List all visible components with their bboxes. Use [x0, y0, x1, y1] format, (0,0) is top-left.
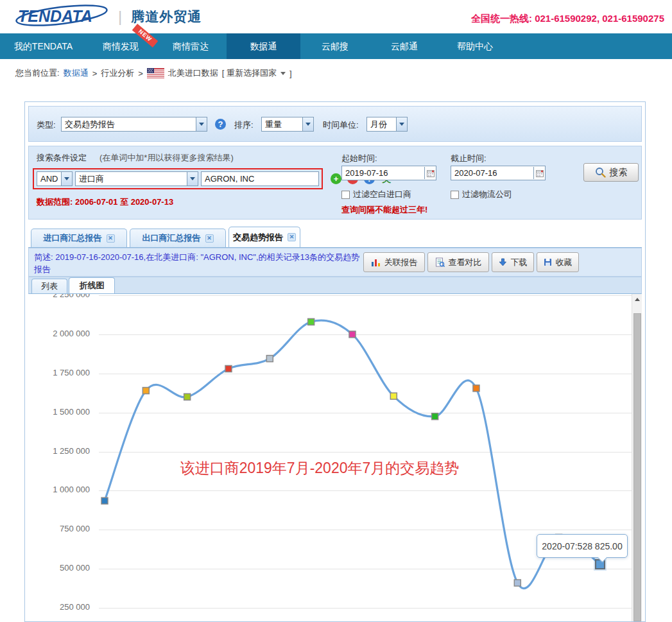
nav-item-2[interactable]: 商情雷达: [155, 33, 227, 59]
time-unit-select[interactable]: 月份: [366, 117, 408, 132]
nav-item-label: 云邮通: [391, 41, 418, 51]
summary-bar: 简述: 2019-07-16-2020-07-16,在北美进口商: "AGRON…: [28, 248, 642, 277]
data-point-2019-07[interactable]: [101, 497, 108, 504]
view-tab-list[interactable]: 列表: [31, 279, 67, 293]
data-point-2020-03[interactable]: [432, 413, 438, 420]
data-range-note: 数据范围: 2006-07-01 至 2020-07-13: [37, 196, 173, 208]
breadcrumb: 您当前位置: 数据通 > 行业分析 > 北美进口数据 [ 重新选择国家 ]: [15, 67, 292, 79]
action-button-0[interactable]: 关联报告: [363, 252, 425, 272]
checkbox-icon[interactable]: [341, 191, 350, 199]
report-type-select[interactable]: 交易趋势报告: [61, 117, 207, 132]
data-point-2020-01[interactable]: [349, 331, 356, 338]
breadcrumb-prefix: 您当前位置:: [15, 67, 60, 79]
search-panel: 搜索条件设定 (在单词中加*用以获得更多搜索结果) AND 进口商 AGRON,…: [28, 146, 642, 220]
keyword-input[interactable]: AGRON, INC: [201, 171, 319, 186]
nav-item-label: 商情雷达: [173, 41, 209, 51]
main-panel: 类型: 交易趋势报告 ? 排序: 重量 时间单位: 月份 搜索条件设定 (在单词…: [24, 101, 646, 622]
chart-scrollbar[interactable]: [632, 294, 642, 621]
help-icon[interactable]: ?: [215, 119, 226, 130]
chevron-down-icon: [302, 117, 313, 131]
add-condition-icon[interactable]: +: [331, 173, 341, 184]
favorite-button[interactable]: 收藏: [537, 252, 579, 272]
scrollbar-thumb[interactable]: [633, 313, 641, 621]
report-tabs: 进口商汇总报告✕出口商汇总报告✕交易趋势报告✕: [28, 223, 642, 248]
filter-logistics-checkbox[interactable]: 过滤物流公司: [451, 189, 512, 200]
filter-blank-importer-checkbox[interactable]: 过滤空白进口商: [341, 189, 411, 200]
logo[interactable]: TENDATA | 腾道外贸通: [14, 4, 202, 29]
reselect-country-button[interactable]: [ 重新选择国家 ]: [222, 67, 292, 79]
view-tab-line-chart[interactable]: 折线图: [69, 277, 115, 293]
action-button-label: 查看对比: [449, 257, 482, 268]
compare-icon: [435, 257, 445, 267]
search-hint: (在单词中加*用以获得更多搜索结果): [99, 152, 234, 164]
breadcrumb-current: 北美进口数据: [168, 67, 218, 79]
tab-label: 进口商汇总报告: [44, 232, 102, 244]
summary-text: 简述: 2019-07-16-2020-07-16,在北美进口商: "AGRON…: [34, 251, 360, 275]
nav-item-label: 商情发现: [103, 41, 139, 51]
end-time-label: 截止时间:: [451, 153, 487, 164]
action-button-label: 下载: [511, 257, 528, 268]
data-point-2019-09[interactable]: [184, 393, 191, 400]
scroll-up-icon[interactable]: [632, 294, 642, 305]
chevron-down-icon: [196, 117, 207, 131]
calendar-icon[interactable]: [533, 167, 545, 179]
breadcrumb-link-datahub[interactable]: 数据通: [64, 67, 89, 79]
start-date-input[interactable]: 2019-07-16: [341, 166, 436, 180]
breadcrumb-separator: >: [92, 69, 98, 78]
data-point-2019-08[interactable]: [142, 388, 149, 394]
sort-select[interactable]: 重量: [261, 117, 314, 132]
nav-item-6[interactable]: 帮助中心: [439, 33, 511, 59]
nav-item-label: 我的TENDATA: [14, 41, 73, 51]
nav-item-label: 云邮搜: [322, 41, 349, 51]
download-button[interactable]: 下载: [492, 252, 534, 272]
nav-item-label: 帮助中心: [457, 41, 493, 51]
sort-label: 排序:: [234, 119, 254, 131]
boolean-operator-select[interactable]: AND: [37, 171, 73, 186]
close-icon[interactable]: ✕: [288, 233, 296, 241]
trend-chart: 250 000500 000750 0001 000 0001 250 0001…: [28, 294, 642, 621]
data-point-2019-12[interactable]: [308, 318, 314, 325]
top-header: TENDATA | 腾道外贸通 全国统一热线: 021-61590292, 02…: [0, 0, 672, 33]
tab-0[interactable]: 进口商汇总报告✕: [31, 229, 127, 247]
breadcrumb-bar: 您当前位置: 数据通 > 行业分析 > 北美进口数据 [ 重新选择国家 ]: [0, 59, 672, 87]
search-field-select[interactable]: 进口商: [75, 171, 198, 186]
favorite-icon: [544, 258, 552, 266]
close-icon[interactable]: ✕: [107, 234, 115, 243]
tab-label: 出口商汇总报告: [142, 232, 201, 244]
chevron-down-icon: [187, 172, 198, 186]
nav: 我的TENDATA商情发现NEW商情雷达数据通云邮搜云邮通帮助中心: [0, 33, 672, 59]
nav-item-label: 数据通: [250, 41, 277, 51]
logo-subtitle: 腾道外贸通: [131, 8, 202, 26]
data-point-2019-10[interactable]: [225, 365, 232, 372]
close-icon[interactable]: ✕: [205, 234, 214, 243]
nav-item-1[interactable]: 商情发现NEW: [87, 33, 155, 59]
chevron-down-icon: [280, 72, 286, 75]
tab-1[interactable]: 出口商汇总报告✕: [130, 229, 226, 247]
related-report-icon: [371, 257, 381, 267]
interval-warning: 查询间隔不能超过三年!: [341, 204, 427, 216]
nav-item-5[interactable]: 云邮通: [370, 33, 439, 59]
svg-text:TENDATA: TENDATA: [18, 7, 92, 25]
checkbox-icon[interactable]: [451, 191, 459, 199]
search-button[interactable]: 搜索: [583, 163, 639, 182]
us-flag-icon: [147, 68, 164, 78]
tab-label: 交易趋势报告: [233, 232, 283, 243]
action-button-label: 关联报告: [384, 257, 418, 268]
data-point-2020-02[interactable]: [390, 393, 397, 399]
action-button-label: 收藏: [556, 257, 573, 268]
data-point-2020-04[interactable]: [473, 385, 479, 392]
logo-divider: |: [118, 8, 122, 26]
nav-item-0[interactable]: 我的TENDATA: [0, 33, 87, 59]
end-date-input[interactable]: 2020-07-16: [451, 166, 546, 180]
trend-line: [105, 320, 600, 589]
action-button-1[interactable]: 查看对比: [427, 252, 489, 272]
calendar-icon[interactable]: [424, 167, 436, 179]
start-time-label: 起始时间:: [341, 153, 377, 164]
nav-item-3[interactable]: 数据通: [227, 33, 300, 59]
nav-item-4[interactable]: 云邮搜: [300, 33, 370, 59]
data-point-2019-11[interactable]: [266, 356, 273, 362]
tab-2[interactable]: 交易趋势报告✕: [228, 227, 300, 247]
type-label: 类型:: [37, 119, 56, 131]
data-point-2020-05[interactable]: [514, 580, 521, 586]
line-chart-svg: [28, 294, 642, 621]
